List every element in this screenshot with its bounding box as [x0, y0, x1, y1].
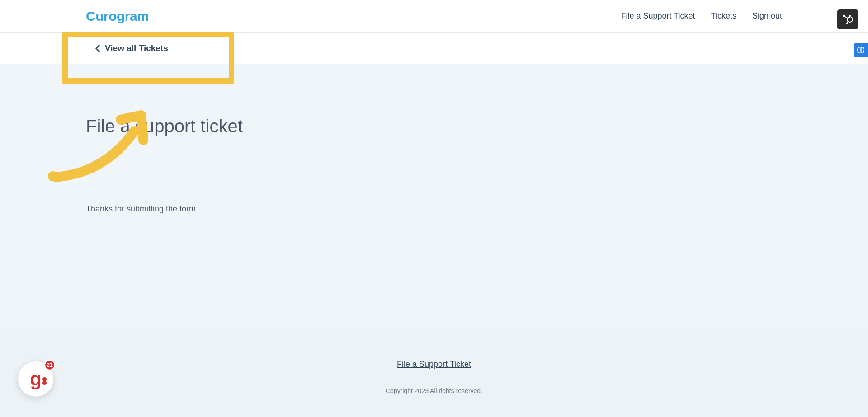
- copyright-text: Copyright 2023 All rights reserved.: [0, 387, 868, 394]
- svg-point-1: [849, 15, 851, 17]
- main-content: File a support ticket Thanks for submitt…: [0, 64, 868, 214]
- chevron-left-icon: [95, 44, 100, 52]
- footer-file-ticket-link[interactable]: File a Support Ticket: [397, 360, 471, 369]
- sub-header: View all Tickets: [0, 33, 868, 64]
- svg-line-6: [847, 21, 848, 23]
- hubspot-badge-button[interactable]: [837, 9, 858, 29]
- nav-sign-out[interactable]: Sign out: [752, 11, 782, 21]
- main-header: Curogram File a Support Ticket Tickets S…: [0, 0, 868, 33]
- thanks-message: Thanks for submitting the form.: [86, 204, 782, 214]
- brand-logo[interactable]: Curogram: [86, 9, 149, 24]
- top-nav: File a Support Ticket Tickets Sign out: [621, 11, 782, 21]
- hubspot-icon: [842, 14, 854, 25]
- svg-point-3: [846, 23, 848, 24]
- notification-count-badge: 21: [44, 360, 55, 370]
- side-widget-button[interactable]: [854, 43, 868, 57]
- nav-file-ticket[interactable]: File a Support Ticket: [621, 11, 695, 21]
- floating-badge-glyph: g: [30, 370, 42, 389]
- nav-tickets[interactable]: Tickets: [711, 11, 736, 21]
- page-footer: File a Support Ticket Copyright 2023 All…: [0, 328, 868, 417]
- floating-app-badge[interactable]: g 21: [18, 361, 53, 397]
- brain-icon: [856, 46, 865, 55]
- page-title: File a support ticket: [86, 116, 782, 136]
- view-all-tickets-label: View all Tickets: [105, 43, 168, 53]
- view-all-tickets-link[interactable]: View all Tickets: [95, 43, 168, 53]
